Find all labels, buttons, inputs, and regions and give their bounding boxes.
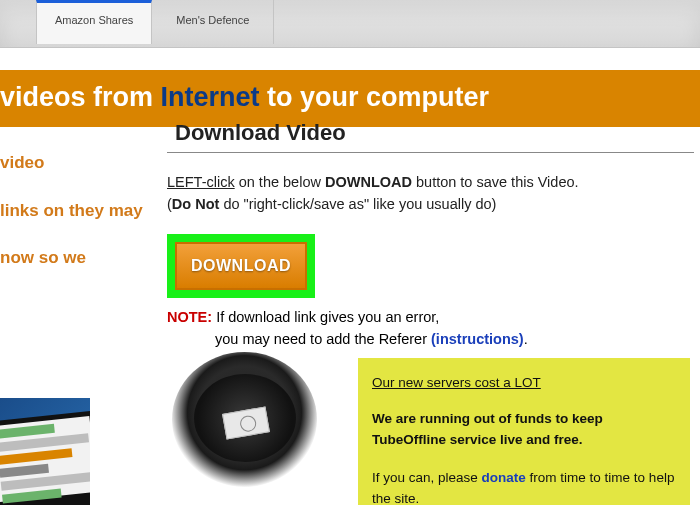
sidebar: video links on they may now so we [0, 150, 145, 293]
download-button[interactable]: DOWNLOAD [175, 242, 307, 290]
page-title: Download Video [167, 118, 694, 153]
ad-tabs-bar: Amazon Shares Men's Defence [0, 0, 700, 48]
instr-leftclick: LEFT-click [167, 174, 235, 190]
sidebar-line-1: video [0, 150, 145, 176]
notice-tail: If you can, please donate from time to t… [372, 470, 674, 505]
download-button-wrap: DOWNLOAD [167, 234, 694, 298]
note-text-2: you may need to add the Referer [215, 331, 431, 347]
instr-tail: button to save this Video. [412, 174, 579, 190]
note-dot: . [524, 331, 528, 347]
download-highlight: DOWNLOAD [167, 234, 315, 298]
note-label: NOTE: [167, 309, 212, 325]
ad-tab-2[interactable]: Men's Defence [152, 0, 274, 44]
donation-notice: Our new servers cost a LOT We are runnin… [358, 358, 690, 505]
banner-text-post: to your computer [260, 82, 490, 112]
notice-tail-pre: If you can, please [372, 470, 482, 485]
banner-text-pre: videos from [0, 82, 161, 112]
laptop-icon [0, 411, 90, 505]
ad-tab-1[interactable]: Amazon Shares [36, 0, 152, 44]
note-text: If download link gives you an error, [212, 309, 439, 325]
instructions-link[interactable]: (instructions) [431, 331, 524, 347]
banner-highlight: Internet [161, 82, 260, 112]
instr2-post: do "right-click/save as" like you usuall… [219, 196, 496, 212]
notice-lead: Our new servers cost a LOT [372, 372, 676, 394]
instr-mid: on the below [235, 174, 325, 190]
promo-thumbnail[interactable] [0, 398, 90, 505]
instr2-donot: Do Not [172, 196, 220, 212]
sidebar-line-2: links on they may [0, 198, 145, 224]
note: NOTE: If download link gives you an erro… [167, 306, 694, 351]
main-content: Download Video LEFT-click on the below D… [167, 118, 694, 351]
instr-download-word: DOWNLOAD [325, 174, 412, 190]
donation-hat-image [172, 352, 317, 492]
sidebar-line-3: now so we [0, 245, 145, 271]
instructions: LEFT-click on the below DOWNLOAD button … [167, 171, 694, 216]
donate-link[interactable]: donate [482, 470, 526, 485]
notice-bold: We are running out of funds to keep Tube… [372, 408, 676, 451]
